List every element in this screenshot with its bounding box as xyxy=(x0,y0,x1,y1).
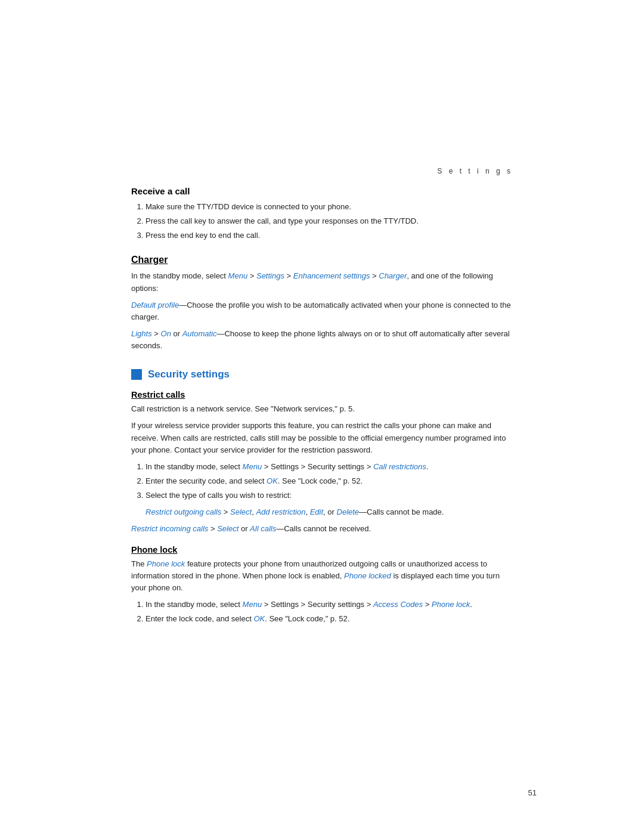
lights-link: Lights xyxy=(131,329,152,338)
charger-intro: In the standby mode, select Menu > Setti… xyxy=(131,270,513,294)
list-item: Enter the security code, and select OK. … xyxy=(145,475,513,487)
enhancement-settings-link: Enhancement settings xyxy=(293,271,370,280)
phone-locked-link: Phone locked xyxy=(344,571,391,580)
list-item: Select the type of calls you wish to res… xyxy=(145,490,513,501)
restrict-incoming-calls: Restrict incoming calls > Select or All … xyxy=(131,523,513,535)
receive-a-call-steps: Make sure the TTY/TDD device is connecte… xyxy=(145,201,513,241)
settings-label: S e t t i n g s xyxy=(131,167,513,175)
delete-link: Delete xyxy=(337,507,360,516)
ok-phonelock-link: OK xyxy=(253,614,265,623)
menu-link: Menu xyxy=(243,600,262,609)
security-settings-section-heading: Security settings xyxy=(131,368,513,380)
restrict-incoming-link: Restrict incoming calls xyxy=(131,524,208,533)
phone-lock-heading: Phone lock xyxy=(131,545,513,555)
list-item: Press the call key to answer the call, a… xyxy=(145,215,513,227)
phone-lock-steps: In the standby mode, select Menu > Setti… xyxy=(145,599,513,625)
restrict-outgoing-calls: Restrict outgoing calls > Select, Add re… xyxy=(145,506,513,518)
receive-a-call-section: Receive a call Make sure the TTY/TDD dev… xyxy=(131,186,513,241)
list-item: Make sure the TTY/TDD device is connecte… xyxy=(145,201,513,213)
charger-section: Charger In the standby mode, select Menu… xyxy=(131,255,513,352)
security-settings-heading: Security settings xyxy=(148,368,230,380)
list-item: In the standby mode, select Menu > Setti… xyxy=(145,599,513,611)
select-link: Select xyxy=(230,507,252,516)
charger-link: Charger xyxy=(379,271,407,280)
restrict-calls-para2: If your wireless service provider suppor… xyxy=(131,420,513,456)
lights-on-link: On xyxy=(161,329,171,338)
phone-lock-para1: The Phone lock feature protects your pho… xyxy=(131,558,513,594)
restrict-outgoing-link: Restrict outgoing calls xyxy=(145,507,221,516)
charger-heading: Charger xyxy=(131,255,513,265)
phone-lock-step-link: Phone lock xyxy=(432,600,470,609)
receive-a-call-heading: Receive a call xyxy=(131,186,513,196)
restrict-calls-section: Restrict calls Call restriction is a net… xyxy=(131,390,513,535)
restrict-calls-heading: Restrict calls xyxy=(131,390,513,400)
default-profile-link: Default profile xyxy=(131,301,179,309)
list-item: Enter the lock code, and select OK. See … xyxy=(145,613,513,625)
restrict-calls-steps: In the standby mode, select Menu > Setti… xyxy=(145,461,513,501)
add-restriction-link: Add restriction xyxy=(256,507,305,516)
menu-link: Menu xyxy=(243,462,262,471)
ok-link: OK xyxy=(267,476,278,485)
page: S e t t i n g s Receive a call Make sure… xyxy=(0,0,644,833)
menu-link: Menu xyxy=(228,271,248,280)
settings-link: Settings xyxy=(256,271,284,280)
charger-default-profile: Default profile—Choose the profile you w… xyxy=(131,299,513,323)
access-codes-link: Access Codes xyxy=(373,600,423,609)
all-calls-link: All calls xyxy=(250,524,276,533)
phone-lock-link: Phone lock xyxy=(147,559,185,568)
lights-automatic-link: Automatic xyxy=(182,329,217,338)
phone-lock-section: Phone lock The Phone lock feature protec… xyxy=(131,545,513,625)
select-incoming-link: Select xyxy=(217,524,239,533)
list-item: In the standby mode, select Menu > Setti… xyxy=(145,461,513,473)
page-number: 51 xyxy=(528,788,537,797)
restrict-calls-para1: Call restriction is a network service. S… xyxy=(131,403,513,415)
content-area: S e t t i n g s Receive a call Make sure… xyxy=(95,0,549,677)
call-restrictions-link: Call restrictions xyxy=(373,462,426,471)
list-item: Press the end key to end the call. xyxy=(145,230,513,241)
edit-link: Edit xyxy=(310,507,323,516)
blue-box-icon xyxy=(131,369,142,380)
charger-lights: Lights > On or Automatic—Choose to keep … xyxy=(131,328,513,352)
